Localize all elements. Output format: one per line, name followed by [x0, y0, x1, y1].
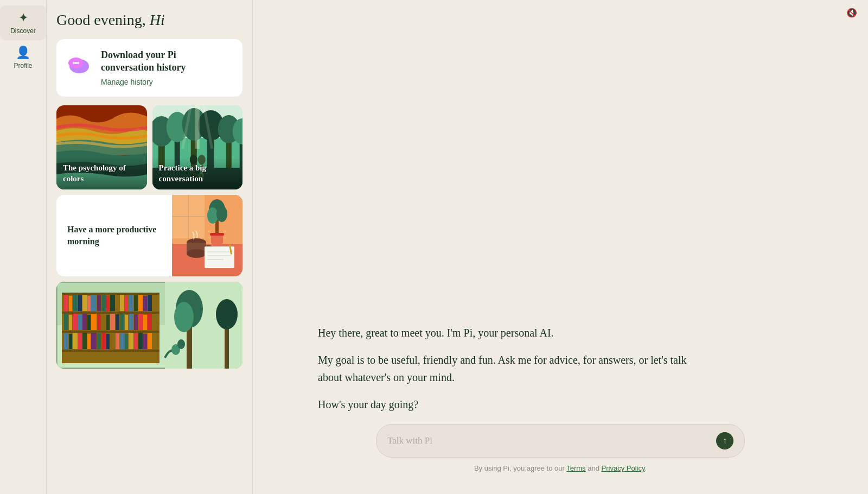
content-panel: Good evening, Hi Download your Pi conver… [47, 0, 253, 494]
terms-link[interactable]: Terms [566, 464, 585, 472]
discover-icon: ✦ [18, 11, 28, 25]
svg-point-120 [174, 302, 194, 332]
svg-rect-80 [69, 315, 72, 330]
chat-header: 🔇 [846, 8, 857, 18]
svg-rect-74 [129, 295, 133, 311]
send-arrow-icon: ↑ [723, 436, 727, 446]
chat-input[interactable] [387, 435, 711, 446]
manage-history-link[interactable]: Manage history [101, 78, 153, 86]
svg-rect-78 [148, 295, 152, 311]
svg-rect-110 [120, 333, 124, 349]
svg-rect-72 [120, 295, 124, 311]
svg-rect-91 [120, 314, 124, 330]
send-button[interactable]: ↑ [716, 432, 733, 449]
svg-rect-104 [91, 333, 97, 349]
sidebar: ✦ Discover 👤 Profile [0, 0, 47, 494]
svg-point-37 [187, 249, 206, 258]
chat-footer: By using Pi, you agree to our Terms and … [474, 464, 647, 472]
svg-point-46 [216, 206, 227, 222]
download-card[interactable]: Download your Pi conversation history Ma… [56, 39, 242, 97]
sidebar-discover-label: Discover [10, 27, 36, 35]
svg-rect-87 [101, 314, 106, 330]
svg-rect-101 [78, 333, 82, 349]
svg-point-3 [75, 62, 77, 64]
sidebar-profile-label: Profile [14, 62, 32, 69]
svg-rect-114 [138, 333, 143, 349]
svg-point-122 [216, 299, 238, 330]
svg-point-124 [177, 339, 185, 349]
svg-rect-68 [101, 295, 106, 311]
download-card-title: Download your Pi conversation history [101, 49, 232, 74]
morning-card-image [172, 195, 242, 276]
sidebar-item-discover[interactable]: ✦ Discover [0, 5, 46, 40]
message-line-3: How's your day going? [318, 396, 687, 413]
morning-card-label: Have a more productive morning [56, 213, 172, 259]
svg-rect-75 [134, 295, 138, 311]
svg-rect-71 [116, 295, 119, 311]
svg-rect-102 [82, 333, 87, 349]
svg-rect-96 [143, 315, 147, 330]
svg-rect-112 [129, 333, 133, 349]
svg-point-45 [207, 207, 218, 224]
svg-rect-73 [125, 296, 128, 311]
chat-input-wrapper: ↑ [376, 424, 745, 458]
svg-rect-82 [78, 314, 82, 330]
svg-rect-81 [73, 314, 78, 330]
svg-rect-86 [97, 314, 101, 330]
privacy-link[interactable]: Privacy Policy [602, 464, 645, 472]
page-title: Good evening, Hi [56, 11, 242, 29]
svg-rect-115 [143, 334, 147, 349]
svg-rect-105 [97, 333, 101, 349]
svg-rect-107 [106, 334, 110, 349]
psychology-card-label: The psychology of colors [56, 157, 147, 189]
card-row-1: The psychology of colors [56, 105, 242, 189]
svg-rect-99 [69, 334, 72, 349]
svg-rect-85 [91, 314, 97, 330]
svg-rect-60 [64, 295, 68, 311]
svg-rect-76 [138, 295, 143, 311]
chat-area: 🔇 Hey there, great to meet you. I'm Pi, … [253, 0, 868, 494]
message-line-1: Hey there, great to meet you. I'm Pi, yo… [318, 324, 687, 341]
chat-input-area: ↑ By using Pi, you agree to our Terms an… [253, 424, 868, 494]
svg-rect-57 [62, 312, 159, 314]
svg-rect-106 [101, 333, 106, 349]
svg-rect-97 [148, 314, 152, 330]
download-card-content: Download your Pi conversation history Ma… [101, 49, 232, 87]
sidebar-item-profile[interactable]: 👤 Profile [0, 40, 46, 75]
svg-rect-70 [110, 295, 115, 311]
svg-point-2 [73, 62, 75, 64]
svg-rect-65 [87, 296, 91, 311]
svg-rect-69 [106, 296, 110, 311]
svg-point-4 [77, 62, 79, 64]
svg-rect-109 [116, 333, 119, 349]
morning-card[interactable]: Have a more productive morning [56, 195, 242, 276]
svg-rect-111 [125, 334, 128, 349]
svg-rect-64 [82, 295, 87, 311]
svg-rect-48 [210, 233, 224, 236]
psychology-card[interactable]: The psychology of colors [56, 105, 147, 189]
chat-messages: Hey there, great to meet you. I'm Pi, yo… [253, 0, 868, 424]
svg-rect-61 [69, 296, 72, 311]
message-line-2: My goal is to be useful, friendly and fu… [318, 351, 687, 386]
volume-icon[interactable]: 🔇 [846, 8, 857, 18]
library-card[interactable] [56, 282, 242, 369]
svg-rect-94 [134, 314, 138, 330]
svg-rect-84 [87, 315, 91, 330]
practice-card[interactable]: Practice a big conversation [152, 105, 243, 189]
svg-rect-88 [106, 315, 110, 330]
svg-rect-67 [97, 295, 101, 311]
svg-rect-63 [78, 295, 82, 311]
svg-rect-98 [64, 333, 68, 349]
svg-rect-79 [64, 314, 68, 330]
svg-rect-103 [87, 334, 91, 349]
svg-rect-58 [62, 331, 159, 333]
svg-rect-83 [82, 314, 87, 330]
svg-rect-59 [62, 350, 159, 352]
svg-rect-66 [91, 295, 97, 311]
svg-rect-93 [129, 314, 133, 330]
profile-icon: 👤 [16, 46, 30, 60]
svg-rect-90 [116, 314, 119, 330]
svg-rect-116 [148, 333, 152, 349]
svg-rect-92 [125, 315, 128, 330]
svg-rect-113 [134, 333, 138, 349]
